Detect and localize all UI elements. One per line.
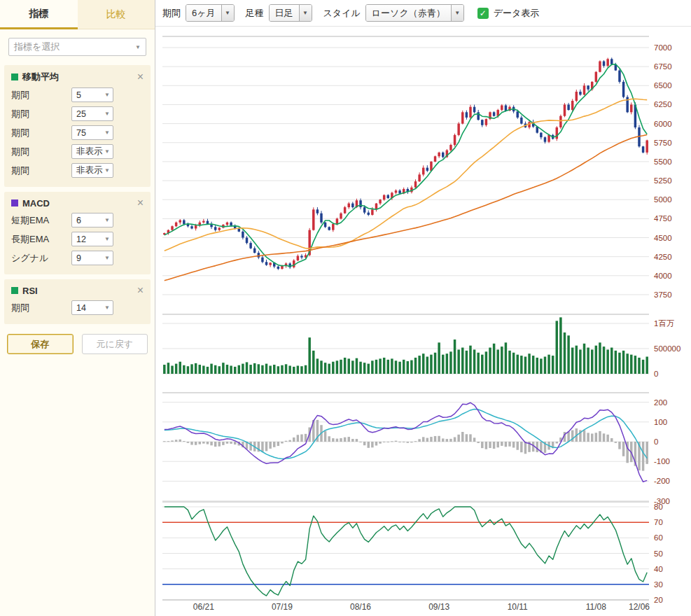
chevron-down-icon: ▼ <box>104 255 110 261</box>
svg-text:4000: 4000 <box>654 272 672 280</box>
rsi-period-value: 14 <box>76 303 86 313</box>
svg-text:40: 40 <box>654 565 663 573</box>
svg-text:4750: 4750 <box>654 214 672 223</box>
chart-area[interactable]: 7000675065006250600057505500525050004750… <box>155 27 691 616</box>
chevron-down-icon: ▼ <box>104 217 110 223</box>
macd-fast-value: 6 <box>76 216 81 225</box>
sidebar-buttons: 保存 元に戻す <box>7 334 148 354</box>
chevron-down-icon: ▼ <box>104 92 110 98</box>
style-label: スタイル <box>323 7 361 20</box>
svg-text:1百万: 1百万 <box>654 319 674 328</box>
indicator-select-value: 指標を選択 <box>14 41 60 53</box>
ma-period-row: 期間 75 ▼ <box>11 123 144 142</box>
data-display-label: データ表示 <box>494 7 540 20</box>
svg-text:4500: 4500 <box>654 234 672 242</box>
svg-text:5750: 5750 <box>654 139 672 147</box>
volume-pane[interactable] <box>162 317 649 374</box>
period-select[interactable]: 6ヶ月 ▼ <box>186 4 235 22</box>
chevron-down-icon: ▼ <box>451 5 463 21</box>
bartype-label: 足種 <box>246 7 264 20</box>
check-icon: ✓ <box>480 8 487 18</box>
rsi-period-label: 期間 <box>11 302 71 314</box>
ma-period-select-4[interactable]: 非表示 ▼ <box>71 144 113 159</box>
indicator-select-wrap: 指標を選択 ▼ <box>0 29 155 60</box>
ma-period-value: 75 <box>76 128 86 138</box>
ma-period-select-1[interactable]: 5 ▼ <box>71 88 113 102</box>
macd-section: MACD × 短期EMA 6 ▼ 長期EMA 12 ▼ シグナル 9 ▼ <box>4 192 151 274</box>
macd-fast-select[interactable]: 6 ▼ <box>71 213 113 227</box>
macd-signal-value: 9 <box>76 253 81 263</box>
ma-period-label: 期間 <box>11 108 71 120</box>
chevron-down-icon: ▼ <box>104 304 110 311</box>
chevron-down-icon: ▼ <box>104 236 110 242</box>
macd-pane[interactable] <box>162 402 649 501</box>
data-display-checkbox[interactable]: ✓ <box>477 8 489 19</box>
close-icon[interactable]: × <box>137 197 144 209</box>
macd-row: シグナル 9 ▼ <box>11 248 144 267</box>
close-icon[interactable]: × <box>137 71 144 83</box>
rsi-section-title: RSI <box>22 286 38 296</box>
macd-color-swatch <box>11 200 18 206</box>
svg-text:0: 0 <box>654 370 658 378</box>
ma-period-value: 非表示 <box>76 164 103 176</box>
chart-main: 期間 6ヶ月 ▼ 足種 日足 ▼ スタイル ローソク（赤青） ▼ ✓ データ表示… <box>155 0 691 616</box>
indicator-select[interactable]: 指標を選択 ▼ <box>8 38 146 56</box>
ma-period-select-2[interactable]: 25 ▼ <box>71 106 113 121</box>
sidebar-tabs: 指標 比較 <box>0 0 155 29</box>
rsi-period-select[interactable]: 14 ▼ <box>71 300 113 315</box>
ma-period-select-5[interactable]: 非表示 ▼ <box>71 163 113 178</box>
macd-slow-value: 12 <box>76 234 86 244</box>
svg-text:100: 100 <box>654 418 667 426</box>
rsi-color-swatch <box>11 287 18 294</box>
ma-period-value: 非表示 <box>76 146 103 158</box>
chevron-down-icon: ▼ <box>104 148 110 155</box>
svg-text:200: 200 <box>654 398 667 407</box>
style-value: ローソク（赤青） <box>366 5 451 21</box>
close-icon[interactable]: × <box>137 285 144 296</box>
svg-text:-100: -100 <box>654 457 670 465</box>
svg-text:5250: 5250 <box>654 176 672 185</box>
chevron-down-icon: ▼ <box>221 5 234 21</box>
macd-section-title: MACD <box>22 198 50 209</box>
macd-slow-select[interactable]: 12 ▼ <box>71 232 113 246</box>
macd-signal-select[interactable]: 9 ▼ <box>71 251 113 265</box>
chevron-down-icon: ▼ <box>104 167 110 174</box>
svg-text:-200: -200 <box>654 477 670 485</box>
chevron-down-icon: ▼ <box>104 111 110 117</box>
svg-text:80: 80 <box>654 503 663 511</box>
ma-period-value: 5 <box>76 90 81 100</box>
svg-text:06/21: 06/21 <box>193 602 214 612</box>
price-pane[interactable] <box>162 48 649 295</box>
reset-button[interactable]: 元に戻す <box>82 334 148 354</box>
chevron-down-icon: ▼ <box>299 5 312 21</box>
style-select[interactable]: ローソク（赤青） ▼ <box>365 4 464 22</box>
bartype-select[interactable]: 日足 ▼ <box>269 4 312 22</box>
period-value: 6ヶ月 <box>186 5 221 21</box>
rsi-section: RSI × 期間 14 ▼ <box>4 279 151 324</box>
tab-compare[interactable]: 比較 <box>78 0 155 29</box>
save-button[interactable]: 保存 <box>7 334 74 354</box>
ma-period-value: 25 <box>76 109 86 119</box>
macd-slow-label: 長期EMA <box>11 233 71 246</box>
svg-text:20: 20 <box>654 596 663 604</box>
svg-text:12/06: 12/06 <box>629 602 650 612</box>
tab-indicators[interactable]: 指標 <box>0 0 78 29</box>
svg-text:6000: 6000 <box>654 120 672 128</box>
ma-period-row: 期間 非表示 ▼ <box>11 142 144 161</box>
svg-text:11/08: 11/08 <box>586 602 606 612</box>
svg-text:6250: 6250 <box>654 100 672 108</box>
ma-period-label: 期間 <box>11 89 71 102</box>
period-label: 期間 <box>162 7 181 20</box>
svg-text:5500: 5500 <box>654 158 672 166</box>
macd-signal-label: シグナル <box>11 252 71 265</box>
svg-text:08/16: 08/16 <box>350 602 371 612</box>
svg-text:09/13: 09/13 <box>428 602 449 612</box>
chevron-down-icon: ▼ <box>104 130 110 136</box>
ma-period-select-3[interactable]: 75 ▼ <box>71 125 113 140</box>
rsi-pane[interactable] <box>162 507 649 600</box>
ma-period-row: 期間 非表示 ▼ <box>11 161 144 180</box>
svg-text:3750: 3750 <box>654 290 672 299</box>
chart-canvas[interactable]: 7000675065006250600057505500525050004750… <box>155 27 691 616</box>
ma-color-swatch <box>11 74 18 80</box>
svg-text:30: 30 <box>654 580 663 589</box>
